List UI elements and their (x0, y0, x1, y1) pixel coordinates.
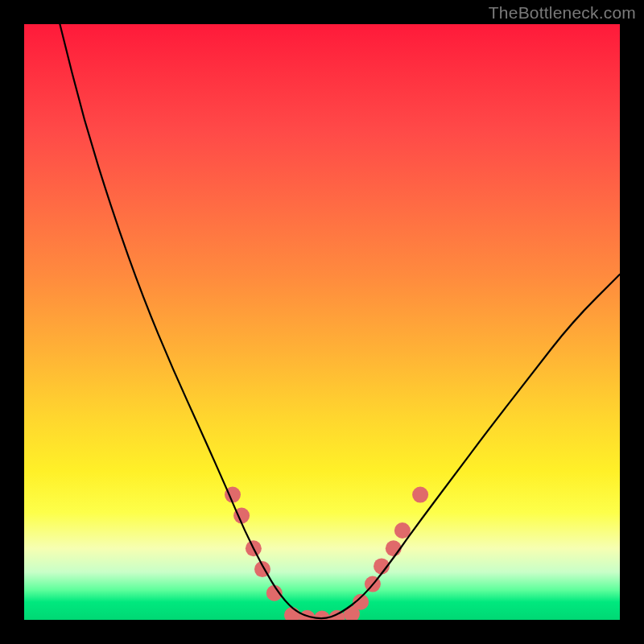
chart-frame: TheBottleneck.com (0, 0, 644, 644)
highlight-dot (284, 607, 300, 620)
highlight-dot (386, 540, 402, 556)
bottleneck-curve (60, 24, 620, 618)
watermark-text: TheBottleneck.com (489, 3, 636, 23)
highlight-dot (412, 487, 428, 503)
chart-plot-area (24, 24, 620, 620)
highlight-dot (299, 610, 316, 620)
chart-svg (24, 24, 620, 620)
